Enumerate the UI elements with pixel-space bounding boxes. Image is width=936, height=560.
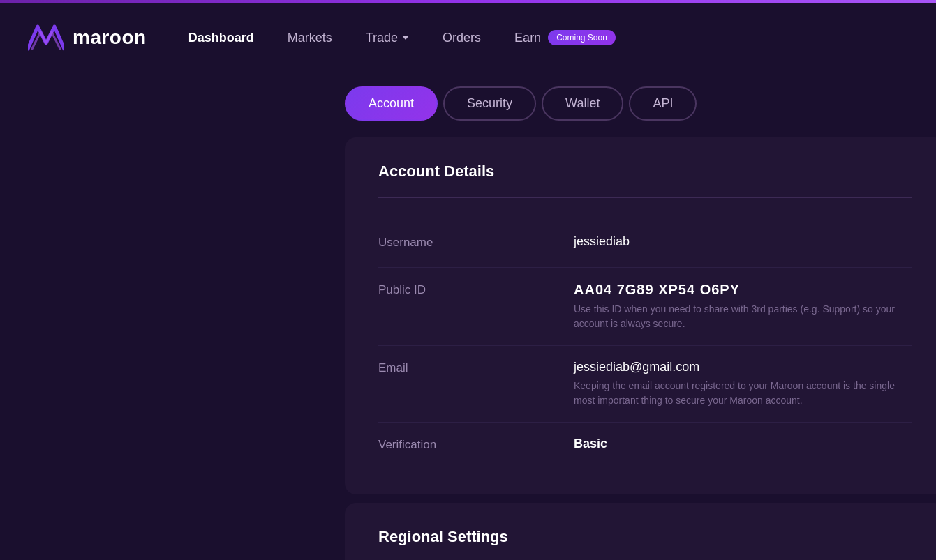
- navbar: maroon Dashboard Markets Trade Orders Ea…: [0, 3, 936, 73]
- tabs-container: Account Security Wallet API: [0, 86, 697, 121]
- email-label: Email: [378, 360, 574, 375]
- email-value-area: jessiediab@gmail.com Keeping the email a…: [574, 360, 912, 408]
- logo-icon: [28, 24, 64, 52]
- section-title-account: Account Details: [378, 162, 912, 181]
- public-id-value-area: AA04 7G89 XP54 O6PY Use this ID when you…: [574, 282, 912, 331]
- logo-text: maroon: [73, 27, 147, 49]
- verification-value: Basic: [574, 437, 912, 451]
- nav-dashboard[interactable]: Dashboard: [188, 31, 254, 45]
- nav-orders[interactable]: Orders: [443, 31, 481, 45]
- public-id-label: Public ID: [378, 282, 574, 297]
- tab-api[interactable]: API: [629, 86, 697, 121]
- nav-trade[interactable]: Trade: [366, 31, 409, 45]
- account-details-card: Account Details Username jessiediab Publ…: [345, 137, 936, 494]
- tab-wallet[interactable]: Wallet: [542, 86, 623, 121]
- field-row-email: Email jessiediab@gmail.com Keeping the e…: [378, 346, 912, 423]
- divider: [378, 197, 912, 198]
- main-content: Account Security Wallet API Account Deta…: [0, 73, 936, 560]
- username-value-area: jessiediab: [574, 234, 912, 253]
- field-row-verification: Verification Basic: [378, 423, 912, 469]
- nav-earn[interactable]: Earn Coming Soon: [514, 30, 616, 45]
- nav-links: Dashboard Markets Trade Orders Earn Comi…: [188, 30, 908, 45]
- username-label: Username: [378, 234, 574, 250]
- chevron-down-icon: [402, 36, 409, 40]
- field-row-username: Username jessiediab: [378, 220, 912, 268]
- coming-soon-badge: Coming Soon: [548, 30, 616, 45]
- tab-account[interactable]: Account: [345, 86, 438, 121]
- tab-security[interactable]: Security: [443, 86, 536, 121]
- logo-area: maroon: [28, 24, 147, 52]
- email-value: jessiediab@gmail.com: [574, 360, 912, 374]
- username-value: jessiediab: [574, 234, 912, 249]
- nav-markets[interactable]: Markets: [288, 31, 332, 45]
- regional-settings-card: Regional Settings: [345, 503, 936, 560]
- public-id-value: AA04 7G89 XP54 O6PY: [574, 282, 912, 298]
- public-id-subtext: Use this ID when you need to share with …: [574, 302, 912, 331]
- field-row-public-id: Public ID AA04 7G89 XP54 O6PY Use this I…: [378, 268, 912, 346]
- verification-value-area: Basic: [574, 437, 912, 455]
- section-title-regional: Regional Settings: [378, 528, 912, 546]
- verification-label: Verification: [378, 437, 574, 452]
- email-subtext: Keeping the email account registered to …: [574, 379, 912, 408]
